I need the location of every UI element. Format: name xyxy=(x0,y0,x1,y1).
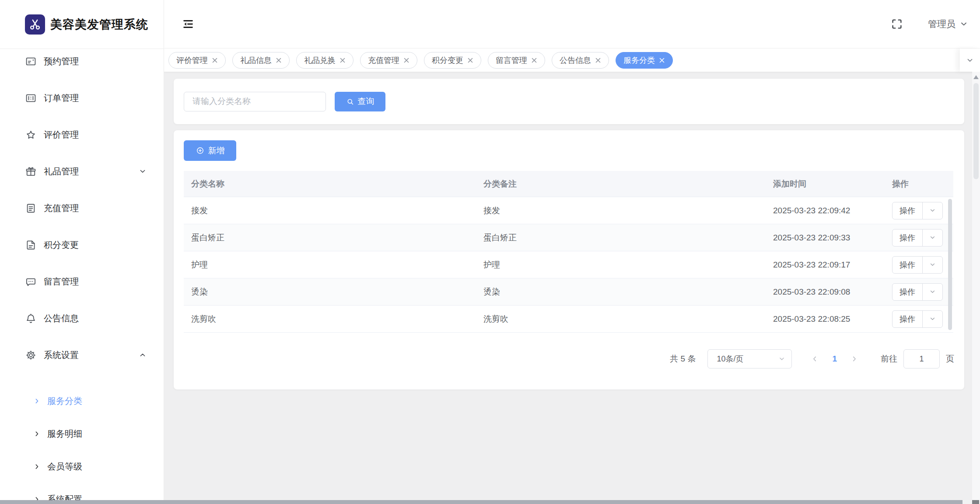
table-row: 蛋白矫正 蛋白矫正 2025-03-23 22:09:33 操作 xyxy=(184,224,953,251)
category-note: 烫染 xyxy=(476,286,766,298)
chevron-down-icon[interactable] xyxy=(922,229,942,246)
tab-overflow-button[interactable] xyxy=(960,49,980,72)
category-name: 蛋白矫正 xyxy=(184,232,476,243)
tab-item[interactable]: 礼品兑换 xyxy=(296,52,354,69)
category-name: 烫染 xyxy=(184,286,476,298)
document-list-icon xyxy=(25,202,37,214)
table-panel: 新增 分类名称 分类备注 添加时间 操作 接发 接发 2025-03-23 22… xyxy=(174,130,964,389)
created-time: 2025-03-23 22:09:42 xyxy=(766,206,885,216)
current-page[interactable]: 1 xyxy=(832,354,837,364)
logo-row: 美容美发管理系统 xyxy=(0,0,164,49)
tab-item[interactable]: 留言管理 xyxy=(488,52,545,69)
goto-page-input[interactable] xyxy=(903,349,940,368)
table-scrollbar-thumb[interactable] xyxy=(948,199,952,330)
search-panel: 查询 xyxy=(174,79,964,124)
topbar-right: 管理员 xyxy=(890,17,969,31)
sidebar-subitem-label: 会员等级 xyxy=(47,461,82,473)
chat-icon xyxy=(25,276,37,288)
page-vertical-scrollbar[interactable] xyxy=(972,72,980,500)
chevron-down-icon xyxy=(959,19,969,29)
row-action-button[interactable]: 操作 xyxy=(892,202,943,219)
sidebar-item-reviews[interactable]: 评价管理 xyxy=(0,122,164,147)
table-row: 洗剪吹 洗剪吹 2025-03-23 22:08:25 操作 xyxy=(184,306,953,333)
chevron-down-icon xyxy=(138,167,147,176)
category-note: 洗剪吹 xyxy=(476,313,766,325)
chevron-down-icon[interactable] xyxy=(922,284,942,300)
gear-icon xyxy=(25,349,37,361)
close-icon[interactable] xyxy=(403,57,410,63)
sidebar-item-member-level[interactable]: 会员等级 xyxy=(0,450,164,483)
table-row: 护理 护理 2025-03-23 22:09:17 操作 xyxy=(184,251,953,278)
search-input[interactable] xyxy=(184,92,326,111)
sidebar-item-announcements[interactable]: 公告信息 xyxy=(0,306,164,330)
sidebar-item-orders[interactable]: 订单管理 xyxy=(0,86,164,110)
prev-page-button[interactable] xyxy=(810,355,819,363)
category-table: 分类名称 分类备注 添加时间 操作 接发 接发 2025-03-23 22:09… xyxy=(184,171,953,333)
topbar: 管理员 xyxy=(164,0,980,49)
tickets-icon xyxy=(25,92,37,104)
page-horizontal-scrollbar[interactable] xyxy=(0,500,980,504)
tab-item[interactable]: 公告信息 xyxy=(552,52,609,69)
horizontal-scrollbar-thumb[interactable] xyxy=(0,500,962,504)
sidebar-menu: 预约管理 订单管理 评价管理 礼品管理 充值管理 积分变更 xyxy=(0,49,164,504)
row-action-button[interactable]: 操作 xyxy=(892,229,943,247)
column-header: 操作 xyxy=(885,178,953,190)
chevron-down-icon[interactable] xyxy=(922,311,942,327)
sidebar-item-service-category[interactable]: 服务分类 xyxy=(0,385,164,417)
postcard-icon xyxy=(25,56,37,67)
created-time: 2025-03-23 22:09:33 xyxy=(766,233,885,243)
close-icon[interactable] xyxy=(659,57,665,63)
row-action-button[interactable]: 操作 xyxy=(892,256,943,274)
tab-item[interactable]: 积分变更 xyxy=(424,52,481,69)
sidebar-item-recharge[interactable]: 充值管理 xyxy=(0,196,164,220)
table-row: 烫染 烫染 2025-03-23 22:09:08 操作 xyxy=(184,278,953,306)
close-icon[interactable] xyxy=(467,57,473,63)
row-action-button[interactable]: 操作 xyxy=(892,283,943,301)
close-icon[interactable] xyxy=(212,57,218,63)
next-page-button[interactable] xyxy=(850,355,859,363)
table-header: 分类名称 分类备注 添加时间 操作 xyxy=(184,171,953,197)
sidebar-item-label: 积分变更 xyxy=(44,239,79,251)
close-icon[interactable] xyxy=(531,57,537,63)
admin-dropdown[interactable]: 管理员 xyxy=(928,18,969,30)
tab-item[interactable]: 评价管理 xyxy=(168,52,226,69)
close-icon[interactable] xyxy=(276,57,282,63)
close-icon[interactable] xyxy=(340,57,346,63)
tab-item[interactable]: 充值管理 xyxy=(360,52,417,69)
row-action-button[interactable]: 操作 xyxy=(892,310,943,328)
chevron-right-icon xyxy=(850,355,859,363)
vertical-scrollbar-thumb[interactable] xyxy=(973,83,979,179)
app-logo xyxy=(25,14,45,35)
add-button[interactable]: 新增 xyxy=(184,140,236,161)
category-name: 洗剪吹 xyxy=(184,313,476,325)
sidebar-item-messages[interactable]: 留言管理 xyxy=(0,269,164,294)
sidebar-item-service-detail[interactable]: 服务明细 xyxy=(0,417,164,450)
search-button[interactable]: 查询 xyxy=(335,92,385,111)
chevron-down-icon xyxy=(966,56,974,65)
row-actions: 操作 xyxy=(885,283,953,301)
category-note: 接发 xyxy=(476,205,766,216)
chevron-down-icon[interactable] xyxy=(922,202,942,219)
row-actions: 操作 xyxy=(885,229,953,247)
sidebar-item-points[interactable]: 积分变更 xyxy=(0,233,164,257)
tab-item[interactable]: 礼品信息 xyxy=(232,52,290,69)
page-size-select[interactable]: 10条/页 xyxy=(707,349,792,368)
sidebar-fold-button[interactable] xyxy=(182,17,195,31)
sidebar-item-label: 留言管理 xyxy=(44,276,79,288)
app-window: 美容美发管理系统 预约管理 订单管理 评价管理 礼品管理 充值管理 xyxy=(0,0,980,504)
row-actions: 操作 xyxy=(885,202,953,219)
category-note: 护理 xyxy=(476,259,766,271)
scroll-up-arrow[interactable] xyxy=(973,75,979,79)
tab-item-active[interactable]: 服务分类 xyxy=(616,52,673,69)
fullscreen-button[interactable] xyxy=(890,17,903,31)
close-icon[interactable] xyxy=(595,57,601,63)
sidebar-subitem-label: 服务分类 xyxy=(47,395,82,407)
sidebar-item-label: 预约管理 xyxy=(44,56,79,67)
sidebar-item-appointments[interactable]: 预约管理 xyxy=(0,49,164,73)
sidebar-item-settings[interactable]: 系统设置 xyxy=(0,343,164,367)
chevron-down-icon[interactable] xyxy=(922,257,942,273)
sidebar-item-label: 礼品管理 xyxy=(44,166,79,177)
sidebar-item-gifts[interactable]: 礼品管理 xyxy=(0,159,164,184)
chevron-right-icon xyxy=(33,430,41,438)
chevron-right-icon xyxy=(33,462,41,471)
